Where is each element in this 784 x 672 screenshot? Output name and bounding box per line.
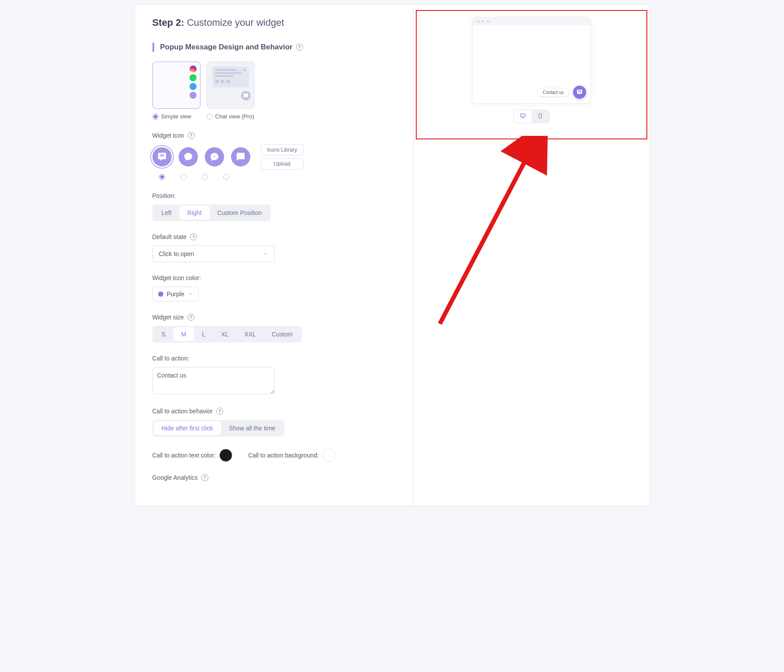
icon-radio-3[interactable] (202, 174, 208, 180)
preview-chat-icon (573, 86, 586, 99)
cta-bg-label: Call to action background: (248, 452, 319, 459)
radio-simple-view[interactable]: Simple view (152, 113, 200, 120)
icon-color-select[interactable]: Purple (152, 287, 199, 301)
widget-size-label: Widget size ? (152, 314, 396, 321)
icon-radio-4[interactable] (223, 174, 229, 180)
position-left[interactable]: Left (154, 206, 180, 220)
step-header: Step 2: Customize your widget (152, 17, 396, 28)
size-xxl[interactable]: XXL (236, 327, 263, 341)
google-analytics-label: Google Analytics ? (152, 474, 396, 481)
preview-cta-pill: Contact us (537, 88, 570, 97)
radio-label: Chat view (Pro) (215, 113, 255, 120)
widget-icon-option-1[interactable] (152, 147, 172, 166)
radio-icon (207, 114, 213, 120)
position-label: Position: (152, 192, 396, 199)
default-state-label: Default state ? (152, 233, 396, 240)
settings-panel: Step 2: Customize your widget Popup Mess… (135, 5, 414, 506)
chevron-down-icon (188, 291, 193, 297)
position-custom[interactable]: Custom Position (210, 206, 270, 220)
help-icon[interactable]: ? (296, 44, 303, 51)
preview-titlebar (473, 17, 591, 25)
icon-radio-2[interactable] (180, 174, 187, 180)
icon-radio-1[interactable] (159, 174, 165, 180)
cta-behavior-label: Call to action behavior ? (152, 408, 396, 415)
instagram-icon (190, 66, 197, 73)
mobile-icon (537, 113, 544, 119)
step-number: Step 2: (152, 17, 184, 28)
size-s[interactable]: S (154, 327, 173, 341)
position-segmented: Left Right Custom Position (152, 204, 271, 221)
design-card-simple[interactable] (152, 62, 200, 109)
icons-library-button[interactable]: Icons Library (261, 144, 304, 156)
chat-preview-bubble (212, 66, 249, 87)
help-icon[interactable]: ? (216, 408, 223, 415)
default-state-select[interactable]: Click to open (152, 246, 275, 262)
size-custom[interactable]: Custom (264, 327, 300, 341)
position-right[interactable]: Right (180, 206, 210, 220)
design-options (152, 62, 396, 109)
radio-chat-view[interactable]: Chat view (Pro) (207, 113, 255, 120)
svg-point-1 (540, 117, 540, 118)
widget-icon-option-4[interactable] (231, 147, 250, 166)
upload-button[interactable]: Upload (261, 158, 304, 170)
svg-line-2 (440, 140, 536, 324)
preview-widget: Contact us (537, 86, 586, 99)
design-card-chat[interactable] (207, 62, 255, 109)
device-mobile[interactable] (532, 110, 549, 123)
chevron-down-icon (263, 251, 268, 256)
color-swatch (158, 291, 163, 297)
preview-browser: Contact us (472, 17, 591, 104)
size-xl[interactable]: XL (213, 327, 236, 341)
chat-toggle-icon (241, 91, 251, 100)
device-desktop[interactable] (514, 110, 532, 123)
annotation-arrow-icon (422, 136, 575, 328)
help-icon[interactable]: ? (190, 233, 197, 240)
cta-bg-color-picker[interactable] (322, 449, 335, 462)
device-toggle (514, 110, 549, 123)
preview-panel: Contact us (414, 5, 649, 506)
widget-icon-option-3[interactable] (205, 147, 224, 166)
cta-behavior-segmented: Hide after first click Show all the time (152, 420, 285, 436)
cta-hide-after-click[interactable]: Hide after first click (154, 421, 221, 435)
radio-label: Simple view (161, 113, 191, 120)
whatsapp-icon (190, 74, 197, 81)
size-segmented: S M L XL XXL Custom (152, 326, 302, 343)
section-header: Popup Message Design and Behavior ? (152, 42, 396, 52)
select-value: Click to open (159, 250, 194, 257)
size-l[interactable]: L (194, 327, 214, 341)
widget-icon-label: Widget icon ? (152, 132, 396, 139)
step-title: Customize your widget (187, 17, 284, 28)
cta-label: Call to action: (152, 355, 396, 362)
icon-color-label: Widget icon color: (152, 274, 396, 281)
radio-icon (152, 114, 159, 120)
desktop-icon (519, 113, 526, 119)
size-m[interactable]: M (173, 327, 194, 341)
help-icon[interactable]: ? (188, 132, 195, 139)
cta-show-all-time[interactable]: Show all the time (221, 421, 283, 435)
help-icon[interactable]: ? (201, 474, 208, 481)
cta-text-color-label: Call to action text color: (152, 452, 216, 459)
telegram-icon (190, 83, 197, 90)
cta-text-color-picker[interactable] (219, 449, 232, 462)
chat-icon (190, 92, 197, 99)
widget-icon-option-2[interactable] (179, 147, 198, 166)
help-icon[interactable]: ? (187, 314, 194, 321)
cta-input[interactable]: Contact us (152, 367, 275, 394)
section-accent-bar (152, 42, 154, 52)
section-title: Popup Message Design and Behavior (160, 43, 293, 52)
color-value: Purple (167, 291, 184, 298)
